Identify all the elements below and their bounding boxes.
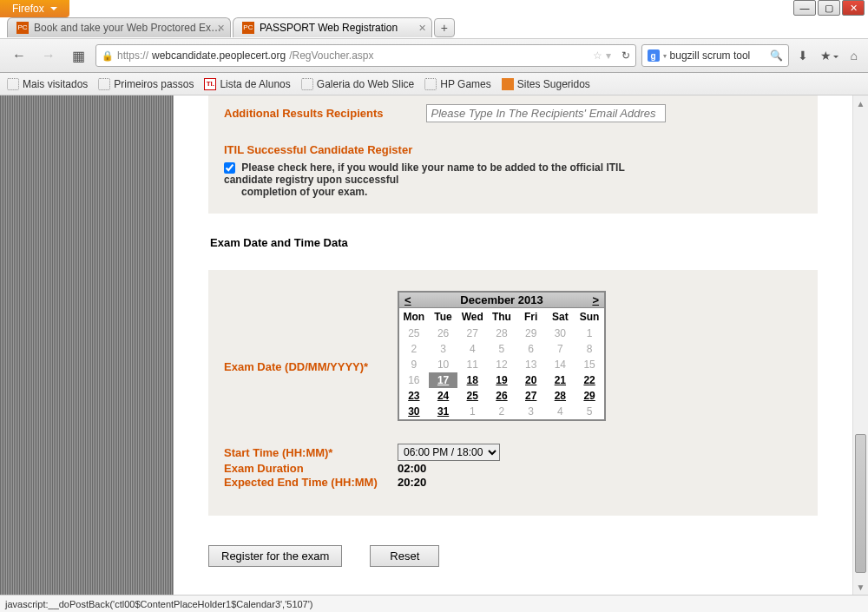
reset-button[interactable]: Reset (370, 545, 439, 567)
calendar-day[interactable]: 19 (487, 372, 516, 388)
status-text: javascript:__doPostBack('ctl00$ContentPl… (5, 599, 313, 609)
forward-button[interactable]: → (36, 43, 61, 68)
close-button[interactable]: ✕ (842, 0, 865, 16)
google-icon[interactable]: g (648, 49, 660, 62)
calendar-day[interactable]: 29 (575, 388, 604, 404)
bookmark-star-icon[interactable]: ☆ (593, 49, 602, 62)
page-viewport: Additional Results Recipients ITIL Succe… (0, 95, 852, 595)
calendar-day: 2 (399, 341, 429, 357)
tab-passport[interactable]: PC PASSPORT Web Registration ✕ (233, 17, 432, 37)
start-time-label: Start Time (HH:MM)* (224, 446, 398, 459)
bookmark-hp-games[interactable]: HP Games (424, 78, 490, 90)
calendar-day: 30 (546, 326, 575, 341)
scroll-down-icon[interactable]: ▼ (853, 579, 868, 595)
calendar-day[interactable]: 27 (516, 388, 546, 404)
vertical-scrollbar[interactable]: ▲ ▼ (852, 95, 868, 595)
search-bar[interactable]: g ▾ bugzill scrum tool 🔍 (641, 44, 789, 67)
calendar-day: 25 (399, 326, 429, 341)
search-engine-dropdown-icon[interactable]: ▾ (663, 52, 667, 60)
scrollbar-thumb[interactable] (855, 434, 866, 573)
reload-icon[interactable]: ↻ (621, 49, 630, 62)
calendar-day[interactable]: 25 (457, 388, 487, 404)
itil-heading: ITIL Successful Candidate Register (224, 143, 802, 156)
calendar-day[interactable]: 23 (399, 388, 429, 404)
downloads-icon[interactable]: ⬇ (794, 49, 812, 63)
feed-dropdown-icon[interactable]: ▾ (606, 49, 611, 62)
calendar: < December 2013 > MonTueWedThuFriSatSun … (398, 291, 606, 421)
calendar-next[interactable]: > (592, 293, 599, 306)
dotted-icon (301, 78, 313, 90)
start-time-select[interactable]: 06:00 PM / 18:00 (398, 444, 500, 461)
calendar-day: 5 (487, 341, 516, 357)
calendar-day[interactable]: 24 (429, 388, 458, 404)
calendar-day: 2 (487, 404, 516, 419)
tab-close-icon[interactable]: ✕ (217, 23, 225, 34)
calendar-day[interactable]: 30 (399, 404, 429, 419)
maximize-button[interactable]: ▢ (818, 0, 840, 16)
home-icon[interactable]: ⌂ (847, 49, 861, 63)
address-bar[interactable]: 🔒 https://webcandidate.peoplecert.org/Re… (95, 44, 636, 67)
tab-groups-button[interactable]: ▦ (66, 43, 90, 68)
calendar-day: 5 (575, 404, 604, 419)
calendar-day[interactable]: 18 (457, 372, 487, 388)
globe-icon (7, 78, 19, 90)
calendar-day[interactable]: 28 (546, 388, 575, 404)
itil-line3: completion of your exam. (241, 186, 367, 198)
calendar-day[interactable]: 17 (429, 372, 458, 388)
recipients-input[interactable] (426, 104, 666, 122)
search-query: bugzill scrum tool (670, 49, 766, 62)
favicon-icon: PC (16, 22, 29, 34)
calendar-day: 26 (429, 326, 458, 341)
tab-book-exam[interactable]: PC Book and take your Web Proctored Ex… … (7, 17, 231, 37)
calendar-day: 15 (575, 357, 604, 372)
calendar-day: 29 (516, 326, 546, 341)
tab-close-icon[interactable]: ✕ (418, 23, 426, 34)
calendar-day[interactable]: 21 (546, 372, 575, 388)
itil-line2: candidate registry upon successful (224, 174, 398, 186)
bookmark-sites-sugeridos[interactable]: Sites Sugeridos (502, 78, 590, 90)
bookmark-mais-visitados[interactable]: Mais visitados (7, 78, 88, 90)
new-tab-button[interactable]: + (434, 18, 455, 37)
calendar-day[interactable]: 20 (516, 372, 546, 388)
nav-toolbar: ← → ▦ 🔒 https://webcandidate.peoplecert.… (0, 38, 868, 73)
calendar-day[interactable]: 31 (429, 404, 458, 419)
calendar-dow: Sat (546, 308, 575, 326)
favicon-icon: PC (242, 22, 254, 34)
calendar-day[interactable]: 26 (487, 388, 516, 404)
calendar-day: 13 (516, 357, 546, 372)
status-bar: javascript:__doPostBack('ctl00$ContentPl… (0, 595, 868, 612)
calendar-day: 1 (575, 326, 604, 341)
calendar-day: 8 (575, 341, 604, 357)
tab-title: Book and take your Web Proctored Ex… (34, 22, 221, 34)
bookmark-primeiros-passos[interactable]: Primeiros passos (98, 78, 194, 90)
bookmarks-bar: Mais visitados Primeiros passos TI.Lista… (0, 73, 868, 95)
sidebar-stripes (0, 95, 174, 595)
calendar-dow: Thu (487, 308, 516, 326)
back-button[interactable]: ← (7, 43, 31, 68)
calendar-day: 4 (546, 404, 575, 419)
register-button[interactable]: Register for the exam (208, 545, 342, 567)
calendar-dow: Mon (399, 308, 429, 326)
exam-date-label: Exam Date (DD/MM/YYYY)* (224, 291, 398, 373)
calendar-day: 11 (457, 357, 487, 372)
firefox-label: Firefox (12, 3, 44, 15)
calendar-day: 12 (487, 357, 516, 372)
section-heading: Exam Date and Time Data (210, 236, 844, 249)
itil-checkbox[interactable] (224, 162, 235, 174)
calendar-day: 4 (457, 341, 487, 357)
calendar-day: 28 (487, 326, 516, 341)
calendar-day[interactable]: 22 (575, 372, 604, 388)
url-scheme: https:// (117, 49, 148, 62)
tab-title: PASSPORT Web Registration (260, 22, 398, 34)
url-path: /RegVoucher.aspx (289, 49, 373, 62)
url-host: webcandidate.peoplecert.org (152, 49, 286, 62)
bookmark-galeria[interactable]: Galeria do Web Slice (301, 78, 415, 90)
firefox-menu-button[interactable]: Firefox (0, 0, 69, 17)
calendar-prev[interactable]: < (404, 293, 411, 306)
scroll-up-icon[interactable]: ▲ (853, 95, 868, 111)
bookmarks-menu-icon[interactable]: ★ (817, 49, 842, 63)
bookmark-lista-alunos[interactable]: TI.Lista de Alunos (204, 78, 290, 90)
search-icon[interactable]: 🔍 (770, 49, 783, 62)
calendar-day: 3 (429, 341, 458, 357)
minimize-button[interactable]: — (793, 0, 816, 16)
